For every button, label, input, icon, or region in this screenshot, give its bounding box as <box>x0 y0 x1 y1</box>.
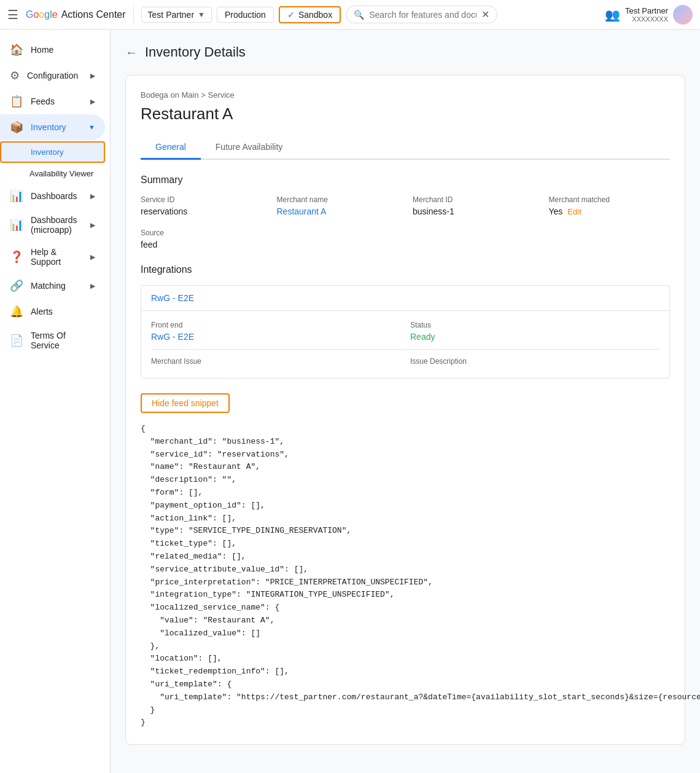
user-avatar <box>673 5 693 25</box>
sidebar-item-terms[interactable]: 📄 Terms Of Service <box>0 324 105 356</box>
feeds-expand-icon: ▶ <box>90 98 95 106</box>
service-id-field: Service ID reservations <box>141 195 262 216</box>
dashboards-expand-icon: ▶ <box>90 192 95 200</box>
back-button[interactable]: ← <box>125 45 138 60</box>
nav-section-main: 🏠 Home ⚙ Configuration ▶ 📋 Feeds ▶ 📦 Inv… <box>0 34 110 359</box>
sidebar-item-inventory[interactable]: 📦 Inventory ▼ <box>0 114 105 140</box>
main-content: ← Inventory Details Bodega on Main > Ser… <box>111 29 700 773</box>
sidebar-label-help-support: Help & Support <box>31 247 83 267</box>
tabs: General Future Availability <box>141 136 670 160</box>
search-input[interactable] <box>369 10 476 20</box>
sidebar-sublabel-availability-viewer: Availability Viewer <box>29 169 93 178</box>
sidebar-sublabel-inventory: Inventory <box>31 147 63 157</box>
merchant-matched-edit-link[interactable]: Edit <box>567 207 581 216</box>
sidebar-label-configuration: Configuration <box>27 71 78 80</box>
sidebar-label-matching: Matching <box>31 281 66 291</box>
sidebar-label-dashboards: Dashboards <box>31 191 77 201</box>
sidebar-subitem-availability-viewer[interactable]: Availability Viewer <box>0 164 110 183</box>
help-icon: ❓ <box>10 250 23 264</box>
matching-icon: 🔗 <box>10 279 23 292</box>
summary-title: Summary <box>141 175 670 186</box>
integration-header-rwg[interactable]: RwG - E2E <box>141 286 669 311</box>
alerts-icon: 🔔 <box>10 305 23 318</box>
breadcrumb: Bodega on Main > Service <box>141 90 670 100</box>
service-id-label: Service ID <box>141 195 262 204</box>
menu-icon[interactable]: ☰ <box>7 7 18 22</box>
integration-divider <box>151 349 659 350</box>
status-label: Status <box>410 321 659 329</box>
terms-icon: 📄 <box>10 334 23 347</box>
integration-rwg-e2e: RwG - E2E Front end RwG - E2E Status Rea… <box>141 285 670 379</box>
source-label: Source <box>141 229 670 237</box>
partner-selector[interactable]: Test Partner ▼ <box>141 7 212 23</box>
configuration-expand-icon: ▶ <box>90 72 95 80</box>
sidebar-item-dashboards-microapp[interactable]: 📊 Dashboards (microapp) ▶ <box>0 209 105 241</box>
logo-text: Google <box>26 9 58 20</box>
production-env-btn[interactable]: Production <box>217 7 274 23</box>
user-menu[interactable]: Test Partner XXXXXXXX <box>625 5 693 25</box>
json-snippet: { "merchant_id": "business-1", "service_… <box>141 423 670 729</box>
sidebar-item-matching[interactable]: 🔗 Matching ▶ <box>0 273 105 299</box>
sandbox-label: Sandbox <box>298 10 332 20</box>
sidebar: 🏠 Home ⚙ Configuration ▶ 📋 Feeds ▶ 📦 Inv… <box>0 29 111 773</box>
merchant-id-label: Merchant ID <box>413 195 534 204</box>
partner-name: Test Partner <box>148 10 194 20</box>
issue-description-field: Issue Description <box>410 357 659 368</box>
dashboards-icon: 📊 <box>10 189 23 203</box>
search-clear-icon[interactable]: ✕ <box>481 9 489 20</box>
service-id-value: reservations <box>141 206 262 216</box>
sidebar-item-home[interactable]: 🏠 Home <box>0 37 105 63</box>
issue-description-label: Issue Description <box>410 357 659 366</box>
page-title: Inventory Details <box>145 44 246 60</box>
user-id: XXXXXXXX <box>625 15 668 23</box>
sidebar-label-dashboards-microapp: Dashboards (microapp) <box>31 215 83 235</box>
page-header: ← Inventory Details <box>125 44 685 60</box>
merchant-matched-field: Merchant matched Yes Edit <box>549 195 671 216</box>
app-name: Actions Center <box>61 9 126 20</box>
merchant-id-value: business-1 <box>413 206 534 216</box>
tab-future-availability[interactable]: Future Availability <box>201 136 297 160</box>
app-header: ☰ Google Actions Center Test Partner ▼ P… <box>0 0 700 29</box>
sidebar-label-inventory: Inventory <box>31 122 66 132</box>
entity-title: Restaurant A <box>141 104 670 124</box>
header-divider <box>133 6 134 23</box>
sidebar-item-feeds[interactable]: 📋 Feeds ▶ <box>0 88 105 114</box>
user-name: Test Partner <box>625 6 668 15</box>
merchant-name-label: Merchant name <box>277 195 399 204</box>
inventory-icon: 📦 <box>10 120 23 134</box>
frontend-label: Front end <box>151 321 400 329</box>
feed-snippet-section: Hide feed snippet { "merchant_id": "busi… <box>141 393 670 729</box>
configuration-icon: ⚙ <box>10 69 20 82</box>
search-icon: 🔍 <box>354 10 364 20</box>
people-icon[interactable]: 👥 <box>605 7 620 22</box>
partner-dropdown-arrow: ▼ <box>198 10 205 19</box>
merchant-name-field: Merchant name Restaurant A <box>277 195 399 216</box>
integration-body-rwg: Front end RwG - E2E Status Ready Merchan… <box>141 311 669 378</box>
merchant-matched-value-row: Yes Edit <box>549 206 671 216</box>
source-section: Source feed <box>141 229 670 249</box>
sidebar-item-configuration[interactable]: ⚙ Configuration ▶ <box>0 63 105 88</box>
source-value: feed <box>141 240 670 249</box>
status-value: Ready <box>410 332 659 342</box>
merchant-matched-label: Merchant matched <box>549 195 671 204</box>
help-expand-icon: ▶ <box>90 253 95 261</box>
sidebar-item-dashboards[interactable]: 📊 Dashboards ▶ <box>0 183 105 209</box>
feeds-icon: 📋 <box>10 95 23 108</box>
hide-feed-snippet-button[interactable]: Hide feed snippet <box>141 393 230 413</box>
matching-expand-icon: ▶ <box>90 282 95 290</box>
issue-grid: Merchant Issue Issue Description <box>151 357 659 368</box>
tab-general[interactable]: General <box>141 136 201 160</box>
dashboards-microapp-icon: 📊 <box>10 218 23 232</box>
sidebar-subitem-inventory[interactable]: Inventory <box>0 141 105 163</box>
search-bar: 🔍 ✕ <box>346 6 497 23</box>
merchant-id-field: Merchant ID business-1 <box>413 195 534 216</box>
sandbox-env-btn[interactable]: ✓ Sandbox <box>279 6 341 23</box>
sidebar-item-alerts[interactable]: 🔔 Alerts <box>0 299 105 324</box>
merchant-name-link[interactable]: Restaurant A <box>277 206 327 216</box>
home-icon: 🏠 <box>10 43 23 57</box>
user-info: Test Partner XXXXXXXX <box>625 6 668 23</box>
sidebar-item-help-support[interactable]: ❓ Help & Support ▶ <box>0 241 105 273</box>
integrations-title: Integrations <box>141 264 670 275</box>
merchant-issue-label: Merchant Issue <box>151 357 400 366</box>
frontend-value[interactable]: RwG - E2E <box>151 332 194 342</box>
